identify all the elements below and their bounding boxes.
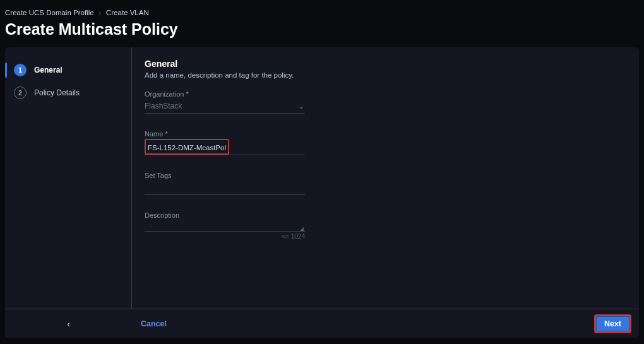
wizard-body: 1 General 2 Policy Details General Add a… [5,47,639,309]
step-general[interactable]: 1 General [5,59,131,81]
name-value: FS-L152-DMZ-McastPol [148,144,226,153]
page-title: Create Multicast Policy [0,19,644,47]
description-field: Description ◢ <= 1024 [145,211,626,240]
step-number-icon: 2 [14,86,27,99]
organization-select[interactable]: FlashStack ⌄ [145,99,305,114]
step-label: General [34,66,63,74]
next-button[interactable]: Next [594,314,631,333]
name-input[interactable]: FS-L152-DMZ-McastPol [145,139,305,155]
wizard-footer: ‹ Cancel Next [5,309,639,338]
name-label: Name * [145,130,305,138]
form-section-subtitle: Add a name, description and tag for the … [145,71,626,79]
description-input[interactable]: ◢ [145,220,305,232]
wizard-sidebar: 1 General 2 Policy Details [5,47,132,309]
organization-value: FlashStack [145,102,182,110]
breadcrumb: Create UCS Domain Profile › Create VLAN [0,0,644,19]
step-number-icon: 1 [14,64,27,76]
name-field: Name * FS-L152-DMZ-McastPol [145,130,305,155]
resize-handle-icon[interactable]: ◢ [300,226,305,231]
tags-input[interactable] [145,181,305,195]
step-policy-details[interactable]: 2 Policy Details [5,81,131,104]
wizard-container: 1 General 2 Policy Details General Add a… [5,47,639,338]
chevron-right-icon: › [99,9,101,16]
form-pane: General Add a name, description and tag … [132,47,639,309]
step-label: Policy Details [34,88,80,97]
breadcrumb-parent[interactable]: Create UCS Domain Profile [5,9,94,16]
form-section-title: General [145,59,626,69]
tags-field: Set Tags [145,172,305,195]
cancel-button[interactable]: Cancel [141,319,167,328]
description-counter: <= 1024 [145,233,305,240]
name-highlight: FS-L152-DMZ-McastPol [145,139,229,155]
chevron-down-icon: ⌄ [299,103,304,110]
organization-label: Organization * [145,90,305,98]
tags-label: Set Tags [145,172,305,179]
back-button[interactable]: ‹ [5,319,132,329]
breadcrumb-current: Create VLAN [106,9,149,16]
footer-actions: Cancel Next [132,314,639,333]
chevron-left-icon: ‹ [67,319,70,329]
organization-field: Organization * FlashStack ⌄ [145,90,305,114]
description-label: Description [145,211,626,219]
